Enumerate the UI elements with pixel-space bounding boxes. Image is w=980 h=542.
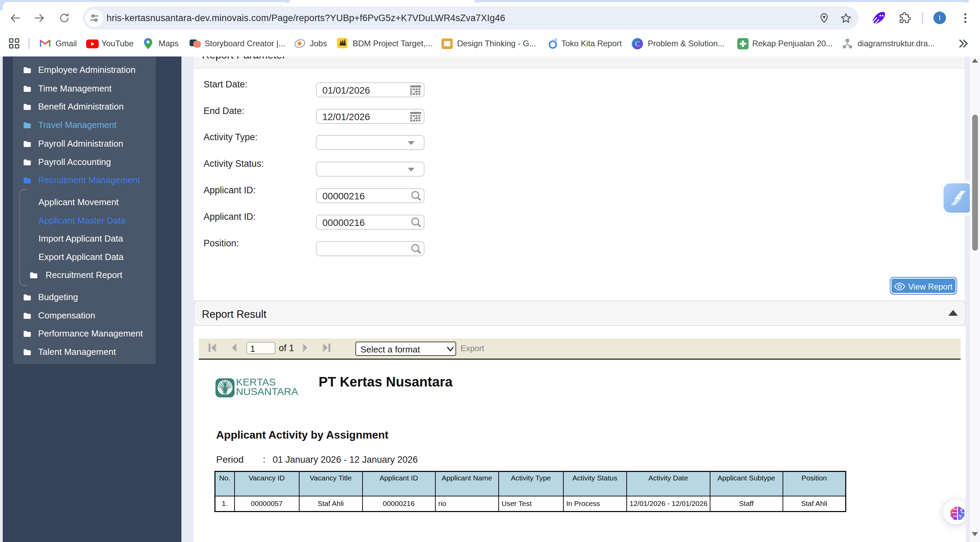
- svg-text:C: C: [635, 40, 640, 48]
